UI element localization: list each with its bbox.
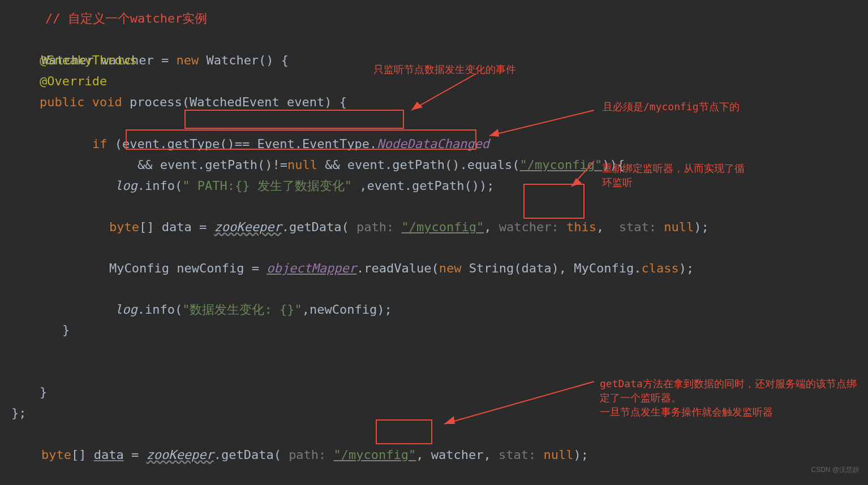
annotation-text: 重新绑定监听器，从而实现了循环监听 xyxy=(602,161,749,189)
annotation-text: getData方法在拿到数据的同时，还对服务端的该节点绑定了一个监听器。 一旦节… xyxy=(600,376,866,419)
annotation-arrow xyxy=(436,379,600,430)
code-line: public void process(WatchedEvent event) … xyxy=(40,92,347,112)
annotation-override: @Override xyxy=(40,71,107,92)
watermark: CSDN @沃恁趺 xyxy=(811,460,860,480)
svg-line-6 xyxy=(444,382,594,424)
svg-line-2 xyxy=(489,110,594,136)
code-line: byte[] data = zooKeeper.getData( path: "… xyxy=(11,423,588,485)
svg-marker-7 xyxy=(444,416,455,424)
annotation-text: 只监听节点数据发生变化的事件 xyxy=(373,62,516,76)
annotation-sneakythrows: @SneakyThrows xyxy=(40,50,137,71)
annotation-text: 且必须是/myconfig节点下的 xyxy=(603,99,744,114)
svg-line-0 xyxy=(411,73,476,110)
code-editor[interactable]: // 自定义一个watcher实例 Watcher watcher = new … xyxy=(0,0,868,485)
brace: } xyxy=(62,319,70,340)
annotation-arrow xyxy=(403,71,482,116)
brace: }; xyxy=(11,402,27,423)
svg-marker-1 xyxy=(411,102,423,110)
comment: // 自定义一个watcher实例 xyxy=(45,8,207,29)
brace: } xyxy=(40,382,47,402)
code-line: log.info("数据发生变化: {}",newConfig); xyxy=(85,278,392,341)
